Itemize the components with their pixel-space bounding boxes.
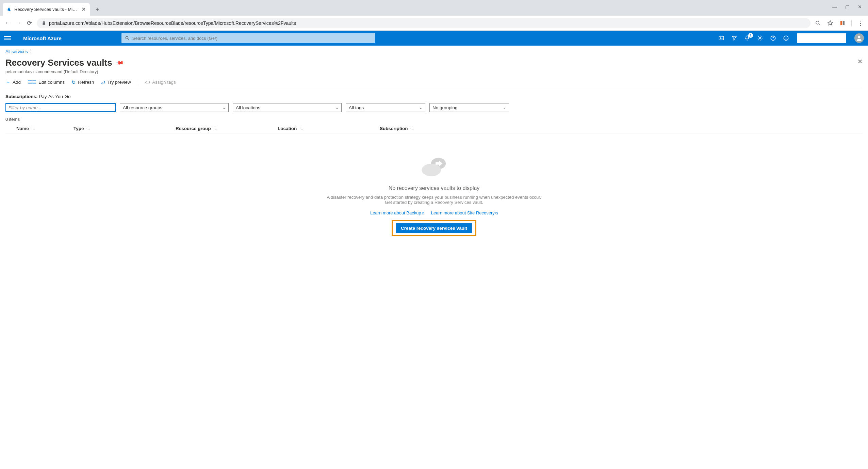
forward-icon: → <box>15 20 22 27</box>
reload-icon[interactable]: ⟳ <box>26 20 33 27</box>
close-window-icon[interactable]: ✕ <box>858 4 862 10</box>
learn-backup-link[interactable]: Learn more about Backup <box>370 210 421 215</box>
minimize-icon[interactable]: — <box>832 4 837 10</box>
breadcrumb: All services 〉 <box>5 49 863 54</box>
breadcrumb-root[interactable]: All services <box>5 49 28 54</box>
global-search[interactable] <box>121 33 375 43</box>
bookmark-star-icon[interactable] <box>827 20 834 27</box>
notifications-icon[interactable]: 1 <box>744 35 750 41</box>
brand-label[interactable]: Microsoft Azure <box>23 35 62 41</box>
toolbar-separator <box>138 79 138 85</box>
edit-columns-button[interactable]: ☰☰ Edit columns <box>28 79 65 85</box>
extension-icon[interactable] <box>839 20 846 27</box>
settings-gear-icon[interactable] <box>757 35 763 41</box>
azure-header: Microsoft Azure 1 <box>0 31 868 46</box>
filters-row: All resource groups ⌄ All locations ⌄ Al… <box>5 103 863 112</box>
page-title: Recovery Services vaults <box>5 58 112 68</box>
account-box[interactable] <box>797 33 846 43</box>
empty-title: No recovery services vaults to display <box>389 185 480 191</box>
notification-badge: 1 <box>748 33 753 38</box>
assign-tags-button: 🏷 Assign tags <box>145 79 176 85</box>
chevron-down-icon: ⌄ <box>503 106 506 110</box>
add-button[interactable]: ＋ Add <box>5 79 21 85</box>
svg-point-12 <box>422 164 441 176</box>
column-resource-group[interactable]: Resource group↑↓ <box>176 126 278 131</box>
lock-icon <box>42 21 46 26</box>
browser-menu-icon[interactable]: ⋮ <box>857 20 864 27</box>
window-controls: — ▢ ✕ <box>826 0 868 14</box>
svg-line-1 <box>819 24 820 25</box>
cloud-icon <box>417 150 451 181</box>
new-tab-button[interactable]: + <box>93 5 102 14</box>
page-subtitle: petarmarinkoviciamondemand (Default Dire… <box>5 69 863 74</box>
empty-links: Learn more about Backup⧉ Learn more abou… <box>370 210 498 215</box>
browser-tab-strip: Recovery Services vaults - Micros ✕ + — … <box>0 0 868 16</box>
create-vault-button[interactable]: Create recovery services vault <box>396 223 472 233</box>
filter-name-input[interactable] <box>5 103 116 112</box>
close-blade-icon[interactable]: ✕ <box>857 58 863 65</box>
avatar[interactable] <box>854 33 864 43</box>
items-count: 0 items <box>5 117 863 122</box>
filter-grouping[interactable]: No grouping ⌄ <box>429 103 509 112</box>
back-icon[interactable]: ← <box>4 20 11 27</box>
table-header: Name↑↓ Type↑↓ Resource group↑↓ Location↑… <box>5 124 863 133</box>
address-bar[interactable]: portal.azure.com/#blade/HubsExtension/Br… <box>37 18 810 28</box>
tab-close-icon[interactable]: ✕ <box>81 6 86 12</box>
chevron-right-icon: 〉 <box>30 49 34 54</box>
azure-favicon-icon <box>6 6 12 12</box>
zoom-icon[interactable] <box>815 20 821 27</box>
pin-icon[interactable]: 📌 <box>115 58 125 68</box>
browser-toolbar: ← → ⟳ portal.azure.com/#blade/HubsExtens… <box>0 16 868 31</box>
column-subscription[interactable]: Subscription↑↓ <box>380 126 448 131</box>
cloud-shell-icon[interactable] <box>718 35 724 41</box>
refresh-icon: ↻ <box>71 79 76 85</box>
filter-resource-groups[interactable]: All resource groups ⌄ <box>120 103 229 112</box>
external-link-icon: ⧉ <box>495 211 498 215</box>
columns-icon: ☰☰ <box>28 79 36 85</box>
svg-rect-2 <box>840 21 842 25</box>
toolbar: ＋ Add ☰☰ Edit columns ↻ Refresh ⇄ Try pr… <box>5 79 863 89</box>
svg-point-9 <box>784 36 788 41</box>
learn-site-recovery-link[interactable]: Learn more about Site Recovery <box>431 210 495 215</box>
tag-icon: 🏷 <box>145 79 150 85</box>
sort-icon: ↑↓ <box>86 126 90 131</box>
blade-content: All services 〉 ✕ Recovery Services vault… <box>0 46 868 236</box>
svg-point-4 <box>126 36 128 39</box>
browser-tab[interactable]: Recovery Services vaults - Micros ✕ <box>3 3 90 16</box>
global-search-input[interactable] <box>132 36 372 41</box>
svg-point-7 <box>759 37 761 39</box>
chevron-down-icon: ⌄ <box>419 106 422 110</box>
svg-line-5 <box>128 39 129 40</box>
url-text: portal.azure.com/#blade/HubsExtension/Br… <box>49 20 296 26</box>
empty-description: A disaster recovery and data protection … <box>325 195 543 205</box>
column-location[interactable]: Location↑↓ <box>278 126 380 131</box>
chevron-down-icon: ⌄ <box>223 106 226 110</box>
sort-icon: ↑↓ <box>31 126 35 131</box>
tab-title: Recovery Services vaults - Micros <box>14 7 78 12</box>
menu-icon[interactable] <box>4 36 11 40</box>
svg-point-10 <box>858 36 861 38</box>
svg-rect-3 <box>843 21 845 25</box>
try-preview-button[interactable]: ⇄ Try preview <box>101 79 131 85</box>
feedback-icon[interactable] <box>783 35 789 41</box>
column-type[interactable]: Type↑↓ <box>73 126 176 131</box>
swap-icon: ⇄ <box>101 79 105 85</box>
column-name[interactable]: Name↑↓ <box>5 126 73 131</box>
sort-icon: ↑↓ <box>299 126 303 131</box>
sort-icon: ↑↓ <box>410 126 414 131</box>
create-button-highlight: Create recovery services vault <box>392 220 476 236</box>
chevron-down-icon: ⌄ <box>335 106 339 110</box>
filter-locations[interactable]: All locations ⌄ <box>233 103 342 112</box>
maximize-icon[interactable]: ▢ <box>845 4 850 10</box>
refresh-button[interactable]: ↻ Refresh <box>71 79 94 85</box>
directory-filter-icon[interactable] <box>731 35 737 41</box>
external-link-icon: ⧉ <box>422 211 424 215</box>
browser-actions: ⋮ <box>815 20 864 27</box>
header-actions: 1 <box>718 33 864 43</box>
subscriptions-value[interactable]: Pay-As-You-Go <box>39 94 70 99</box>
subscriptions-label: Subscriptions: <box>5 94 38 99</box>
help-icon[interactable] <box>770 35 776 41</box>
filter-tags[interactable]: All tags ⌄ <box>346 103 425 112</box>
empty-state: No recovery services vaults to display A… <box>5 150 863 236</box>
svg-rect-6 <box>719 36 724 40</box>
